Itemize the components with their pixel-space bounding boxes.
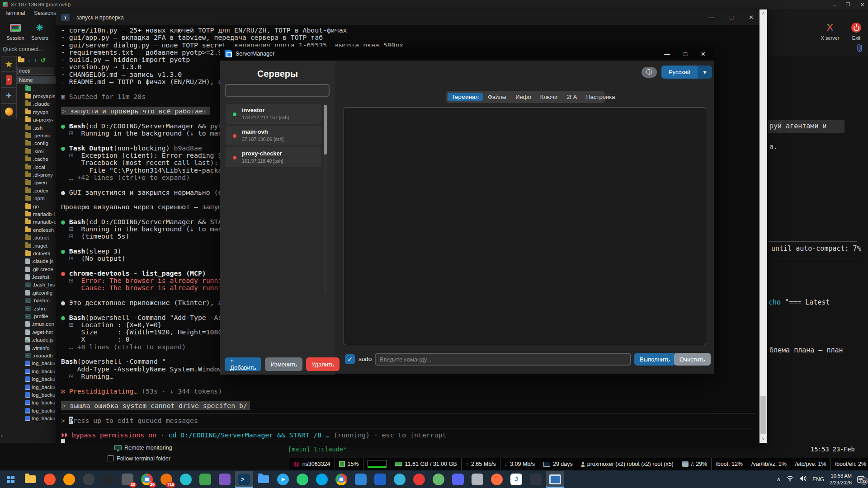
taskbar-icon-app-orange[interactable]: 715 — [157, 471, 175, 488]
taskbar-icon-start[interactable] — [2, 471, 20, 488]
file-row[interactable]: go — [17, 202, 56, 210]
file-row[interactable]: proxyapis — [17, 92, 56, 100]
taskbar-icon-skype[interactable] — [313, 471, 331, 488]
file-row[interactable]: .codex — [17, 187, 56, 194]
notification-center-icon[interactable]: 32 — [857, 476, 864, 483]
taskbar-icon-file-explorer[interactable] — [21, 471, 39, 488]
taskbar-icon-vscode[interactable] — [352, 471, 370, 488]
file-row[interactable]: .kimi — [17, 147, 56, 155]
sm-maximize-button[interactable]: □ — [684, 51, 687, 57]
taskbar-icon-app-doc[interactable] — [468, 471, 486, 488]
file-row[interactable]: log_backu — [17, 375, 56, 383]
sm-close-button[interactable]: ✕ — [701, 51, 706, 57]
taskbar-icon-app-green[interactable] — [196, 471, 214, 488]
file-row[interactable]: .di-proxy — [17, 171, 56, 178]
file-row[interactable]: .. — [17, 84, 56, 92]
scroll-down-icon[interactable]: ˅ — [760, 436, 767, 441]
file-row[interactable]: log_backu — [17, 399, 56, 407]
file-row[interactable]: .gemini — [17, 131, 56, 139]
servers-button[interactable]: ✳ Servers — [28, 20, 52, 41]
servermanager-titlebar[interactable]: ServerManager — □ ✕ — [220, 47, 714, 61]
taskbar-icon-telegram[interactable]: ➤ — [274, 471, 292, 488]
file-row[interactable]: >_.bashrc — [17, 297, 56, 305]
file-row[interactable]: .ssh — [17, 124, 56, 131]
taskbar-icon-server-manager-app[interactable] — [546, 471, 564, 488]
session-button[interactable]: Session — [4, 20, 27, 41]
terminal-tab-title[interactable]: запуск и проверка — [76, 14, 124, 21]
follow-terminal-checkbox[interactable]: Follow terminal folder — [108, 455, 170, 462]
tray-expand-icon[interactable]: ∧ — [777, 476, 781, 483]
tab-инфо[interactable]: Инфо — [511, 93, 535, 101]
remote-monitoring-toggle[interactable]: Remote monitoring — [114, 445, 172, 451]
refresh-icon[interactable]: ↺ — [40, 56, 46, 64]
clear-button[interactable]: Очистить — [674, 353, 711, 366]
file-row[interactable]: .viminfo — [17, 344, 56, 352]
file-row[interactable]: log_backu — [17, 414, 56, 422]
paperclip-icon[interactable] — [856, 43, 863, 55]
server-list-scroll-thumb[interactable] — [324, 105, 327, 155]
tab-ключи[interactable]: Ключи — [536, 93, 562, 101]
file-row[interactable]: .lesshst — [17, 273, 56, 281]
file-row[interactable]: .cache — [17, 155, 56, 163]
chevron-down-icon[interactable]: ▼ — [698, 66, 712, 79]
server-list-scrollbar[interactable] — [324, 104, 327, 294]
taskbar-icon-app-dark-blue[interactable] — [80, 471, 98, 488]
taskbar-icon-firefox[interactable] — [60, 471, 78, 488]
path-input[interactable]: /root/ — [17, 67, 54, 75]
exit-button[interactable]: Exit — [846, 20, 866, 41]
server-card[interactable]: investor173.212.212.157 [ssh] — [226, 104, 321, 124]
download-icon[interactable]: ↓ — [28, 56, 31, 64]
terminal-scrollbar[interactable]: ˄ ˅ — [760, 9, 767, 443]
file-row[interactable]: >_.zshrc — [17, 305, 56, 312]
file-row[interactable]: .claude.js — [17, 336, 56, 344]
tray-clock[interactable]: 10:53 AM 2/23/2026 — [830, 473, 852, 486]
wifi-icon[interactable] — [786, 475, 794, 483]
file-row[interactable]: dotnet9 — [17, 249, 56, 257]
file-row[interactable]: .nuget — [17, 242, 56, 249]
moba-close-button[interactable]: ✕ — [860, 2, 864, 8]
terminal-output-panel[interactable] — [344, 107, 706, 345]
taskbar-icon-edge[interactable] — [391, 471, 409, 488]
file-row[interactable]: log_backu — [17, 407, 56, 414]
folder-up-icon[interactable] — [18, 58, 24, 62]
menu-item-terminal[interactable]: Terminal — [5, 10, 25, 16]
file-row[interactable]: >_.profile — [17, 312, 56, 320]
file-column-header[interactable]: Name — [17, 76, 56, 84]
file-row[interactable]: >_.bash_his — [17, 281, 56, 289]
file-row[interactable]: log_backu — [17, 383, 56, 391]
terminal-minimize-button[interactable]: — — [708, 14, 714, 21]
taskbar-icon-app-purple[interactable] — [216, 471, 234, 488]
terminal-maximize-button[interactable]: □ — [730, 14, 733, 21]
upload-icon[interactable]: ↑ — [34, 56, 37, 64]
taskbar-icon-app-red[interactable] — [410, 471, 428, 488]
command-input[interactable] — [375, 353, 631, 366]
taskbar-icon-app-green-2[interactable] — [429, 471, 448, 488]
quick-connect-field[interactable]: Quick connect... — [3, 46, 43, 52]
sm-minimize-button[interactable]: — — [664, 51, 670, 57]
file-row[interactable]: .local — [17, 163, 56, 171]
keyboard-language[interactable]: ENG — [812, 476, 824, 483]
file-row[interactable]: log_backu — [17, 360, 56, 367]
scroll-up-icon[interactable]: ˄ — [760, 11, 767, 16]
file-row[interactable]: .git-crede — [17, 265, 56, 273]
file-row[interactable]: .claude.js — [17, 258, 56, 265]
tools-rail-button[interactable]: + — [1, 72, 17, 88]
taskbar-icon-app-blue[interactable] — [371, 471, 389, 488]
taskbar-icon-discord[interactable] — [449, 471, 467, 488]
file-row[interactable]: log_backu — [17, 367, 56, 375]
tab-файлы[interactable]: Файлы — [484, 93, 510, 101]
file-row[interactable]: .gitconfig — [17, 289, 56, 296]
taskbar-icon-app-teal[interactable] — [177, 471, 195, 488]
terminal-titlebar[interactable]: ❯ · запуск и проверка — □ ✕ — [56, 9, 767, 25]
terminal-close-button[interactable]: ✕ — [749, 14, 754, 21]
file-row[interactable]: ai-proxy- — [17, 116, 56, 124]
favorites-rail-button[interactable]: ★ — [1, 56, 17, 72]
delete-server-button[interactable]: Удалить — [306, 357, 340, 371]
file-row[interactable]: endlessh — [17, 226, 56, 234]
file-row[interactable]: .claude — [17, 100, 56, 108]
taskbar-icon-chrome[interactable] — [332, 471, 350, 488]
add-server-button[interactable]: + Добавить — [225, 357, 261, 371]
taskbar-icon-app-gray[interactable]: 20 — [118, 471, 137, 488]
server-card[interactable]: main-ovh37.187.136.86 [ssh] — [226, 126, 321, 145]
taskbar-icon-app-orange-2[interactable] — [488, 471, 506, 488]
